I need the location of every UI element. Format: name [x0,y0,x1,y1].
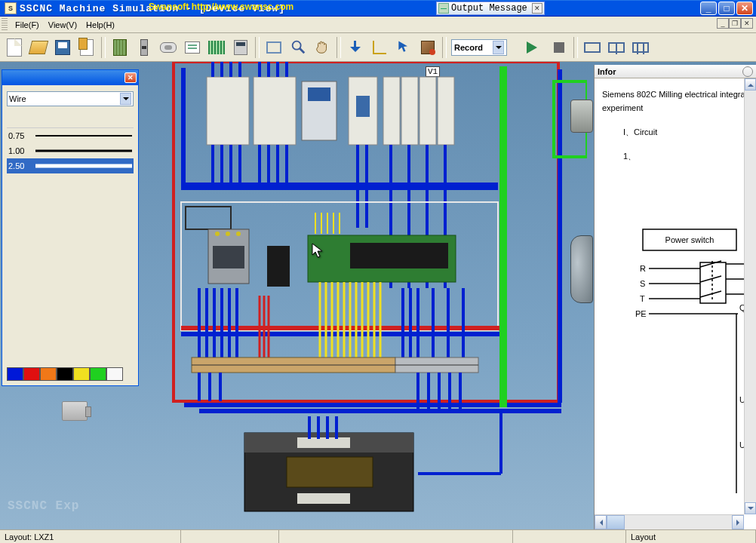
toolbar-play-button[interactable] [524,36,546,59]
toolbar-open-button[interactable] [27,36,50,59]
wire-size-row[interactable]: 0.75 [7,128,134,143]
power-switch-box-label: Power switch [665,235,715,244]
svg-rect-100 [287,457,373,487]
toolbar-io-button[interactable] [205,36,228,59]
toolbar-paste-button[interactable] [75,36,98,59]
color-swatch-blue[interactable] [7,367,23,381]
open-folder-icon [29,41,48,54]
svg-rect-92 [199,409,561,413]
info-panel-body: Siemens 802C Milling electrical integral… [595,78,756,514]
motor-component-top[interactable] [570,100,593,133]
output-tab-close-button[interactable]: ✕ [532,3,542,14]
status-cell [513,530,626,543]
svg-rect-12 [401,77,418,145]
toolbar-device-button[interactable] [157,36,180,59]
color-swatch-black[interactable] [57,367,73,381]
svg-rect-117 [700,262,726,303]
color-swatch-red[interactable] [23,367,40,381]
magnifier-icon [290,38,306,57]
rack-icon [140,39,148,56]
electrical-panel-canvas[interactable]: V1 [146,62,587,529]
svg-rect-38 [186,207,231,229]
scroll-down-button[interactable] [745,502,756,514]
svg-rect-8 [308,87,330,101]
toolbar-stop-button[interactable] [548,36,570,59]
scroll-thumb[interactable] [607,515,625,529]
section-heading: I、Circuit [602,125,748,139]
menu-grip[interactable] [2,18,8,32]
save-disk-icon [55,40,70,55]
mdi-window-controls: _ ❐ ✕ [717,18,753,29]
circuit-diagram: Power switch Sp R S T PE [602,192,756,512]
wire-size-value: 0.75 [8,131,35,140]
color-swatch-yellow[interactable] [73,367,90,381]
toolbar-select-rect-button[interactable] [263,36,285,59]
color-swatch-green[interactable] [90,367,106,381]
floating-connector-component[interactable] [62,401,88,421]
svg-rect-5 [207,77,249,145]
toolbar-module-button[interactable] [109,36,131,59]
motor-component[interactable] [570,235,593,303]
svg-text:S: S [640,279,645,288]
toolbar-new-button[interactable] [3,36,26,59]
toolbar-package-button[interactable] [416,36,439,59]
experiment-title: Siemens 802C Milling electrical integral… [602,87,748,115]
toolbar-zoom-button[interactable] [287,36,309,59]
svg-rect-98 [297,437,350,448]
mdi-close-button[interactable]: ✕ [741,18,753,29]
svg-rect-94 [499,66,507,407]
menu-file[interactable]: File(F) [11,19,44,31]
info-horizontal-scrollbar[interactable] [595,514,744,529]
window-minimize-button[interactable]: _ [700,2,717,15]
play-icon [527,41,543,54]
output-message-tab[interactable]: Output Message ✕ [436,2,545,15]
device-icon [160,42,177,53]
status-cell [279,530,513,543]
toolbar-view-split2-button[interactable] [605,36,628,59]
toolbar-rack-button[interactable] [133,36,155,59]
toolbar-pan-button[interactable] [311,36,333,59]
status-layout-right: Layout [626,530,756,543]
info-vertical-scrollbar[interactable] [744,78,756,514]
scroll-left-button[interactable] [595,515,607,529]
toolbar-pointer-button[interactable] [392,36,415,59]
wire-type-dropdown[interactable]: Wire [7,91,134,106]
menu-help[interactable]: Help(H) [81,19,119,31]
scroll-right-button[interactable] [732,515,744,529]
toolbar-axis-button[interactable] [368,36,391,59]
wire-size-list: 0.75 1.00 2.50 [7,127,134,173]
color-swatch-orange[interactable] [40,367,57,381]
svg-point-41 [215,232,220,236]
color-swatch-white[interactable] [106,367,123,381]
toolbar-view-single-button[interactable] [581,36,604,59]
status-bar: Layout: LXZ1 Layout [0,529,756,543]
main-toolbar: Record [0,33,756,62]
toolbar-save-button[interactable] [51,36,74,59]
svg-rect-99 [297,493,350,504]
window-maximize-button[interactable]: □ [718,2,735,15]
output-icon [438,3,449,14]
view-split2-icon [608,42,625,53]
svg-text:R: R [640,264,646,273]
stop-icon [554,42,564,53]
info-panel-header[interactable]: Infor [595,65,756,78]
record-dropdown[interactable]: Record [451,39,507,56]
toolbar-network-button[interactable] [181,36,204,59]
pin-icon[interactable] [742,66,753,77]
mdi-restore-button[interactable]: ❐ [729,18,741,29]
canvas-watermark: SSCNC Exp [8,499,79,513]
wire-panel-close-button[interactable]: ✕ [124,72,137,83]
window-close-button[interactable]: ✕ [736,2,753,15]
menu-view[interactable]: View(V) [44,19,81,31]
wire-panel-titlebar[interactable]: ✕ [2,70,138,85]
toolbar-view-split3-button[interactable] [629,36,652,59]
overlay-watermark-url: Swansoft http://www.swansc.com [149,2,293,12]
mdi-minimize-button[interactable]: _ [717,18,729,29]
toolbar-panel-button[interactable] [229,36,252,59]
rect-select-icon [266,41,281,54]
wire-size-row[interactable]: 1.00 [7,143,134,158]
toolbar-download-button[interactable] [344,36,367,59]
network-icon [185,41,200,54]
scroll-up-button[interactable] [745,78,756,90]
wire-size-row-selected[interactable]: 2.50 [7,158,134,173]
